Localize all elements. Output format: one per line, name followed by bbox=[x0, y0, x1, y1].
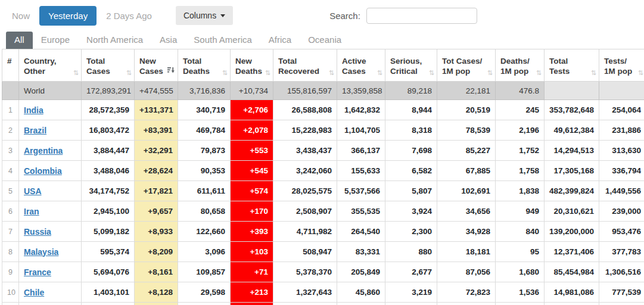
country-link[interactable]: Colombia bbox=[24, 166, 62, 176]
tests_per_1m-cell bbox=[599, 82, 644, 100]
sort-icon: ⇅ bbox=[487, 70, 493, 76]
tab-south-america[interactable]: South America bbox=[185, 32, 260, 49]
country-link[interactable]: Brazil bbox=[24, 126, 46, 135]
total_deaths-cell: 109,857 bbox=[178, 262, 231, 282]
total_recovered-cell: 3,242,060 bbox=[273, 161, 337, 181]
sort-icon: ⇅ bbox=[591, 70, 596, 76]
serious_critical-cell: 3,924 bbox=[385, 201, 437, 222]
search-input[interactable] bbox=[366, 8, 477, 24]
tab-africa[interactable]: Africa bbox=[260, 32, 300, 49]
country-link[interactable]: Chile bbox=[24, 288, 44, 297]
new_deaths-cell: +545 bbox=[231, 161, 273, 181]
total_recovered-cell: 508,947 bbox=[273, 242, 337, 262]
caret-down-icon bbox=[220, 14, 225, 17]
tab-north-america[interactable]: North America bbox=[78, 32, 151, 49]
tests_per_1m-cell: 254,064 bbox=[599, 100, 644, 120]
columns-dropdown-button[interactable]: Columns bbox=[176, 6, 233, 25]
total_deaths-cell: 611,611 bbox=[178, 181, 231, 201]
cases_per_1m-cell: 67,885 bbox=[437, 161, 496, 181]
cases_per_1m-cell bbox=[437, 303, 496, 305]
table-row-india: 1India28,572,359+131,371340,719+2,70626,… bbox=[2, 100, 644, 120]
new_cases-cell: +8,209 bbox=[135, 242, 178, 262]
header-label: New bbox=[235, 57, 269, 67]
total_tests-cell bbox=[545, 303, 599, 305]
cases_per_1m-cell: 18,181 bbox=[437, 242, 496, 262]
now-button[interactable]: Now bbox=[12, 11, 30, 21]
total_recovered-cell: 28,025,575 bbox=[273, 181, 337, 201]
country-cell: World bbox=[19, 82, 82, 100]
two-days-ago-button[interactable]: 2 Days Ago bbox=[106, 11, 152, 21]
country-cell: Russia bbox=[19, 222, 82, 242]
header-label: Critical bbox=[390, 67, 433, 77]
tab-all[interactable]: All bbox=[6, 32, 33, 49]
column-header-total_cases[interactable]: TotalCases⇅ bbox=[82, 49, 135, 82]
header-label: Deaths/ bbox=[500, 57, 540, 67]
header-label bbox=[7, 67, 15, 77]
country-link[interactable]: Iran bbox=[24, 207, 39, 216]
header-label: 1M pop bbox=[604, 67, 642, 77]
header-label: 1M pop bbox=[442, 67, 491, 77]
tab-oceania[interactable]: Oceania bbox=[300, 32, 350, 49]
column-header-serious_critical[interactable]: Serious,Critical⇅ bbox=[385, 49, 437, 82]
table-row-iran: 6Iran2,945,100+9,65780,658+1702,508,9073… bbox=[2, 201, 644, 222]
new_cases-cell: +83,391 bbox=[135, 120, 178, 141]
column-header-country[interactable]: Country,Other⇅ bbox=[19, 49, 82, 82]
column-header-new_deaths[interactable]: NewDeaths⇅ bbox=[231, 49, 273, 82]
country-link[interactable]: Malaysia bbox=[24, 247, 58, 257]
country-cell: Malaysia bbox=[19, 242, 82, 262]
rank-cell: 10 bbox=[2, 282, 19, 303]
header-label: Tests/ bbox=[604, 57, 642, 67]
column-header-tests_per_1m[interactable]: Tests/1M pop⇅ bbox=[599, 49, 644, 82]
active_cases-cell: 5,537,566 bbox=[337, 181, 385, 201]
column-header-total_tests[interactable]: TotalTests⇅ bbox=[545, 49, 599, 82]
header-label: 1M pop bbox=[500, 67, 540, 77]
new_deaths-cell: +574 bbox=[231, 181, 273, 201]
total_deaths-cell: 80,658 bbox=[178, 201, 231, 222]
tests_per_1m-cell: 377,783 bbox=[599, 242, 644, 262]
country-link[interactable]: Argentina bbox=[24, 146, 63, 155]
country-link[interactable]: Russia bbox=[24, 227, 51, 236]
total_tests-cell: 12,371,406 bbox=[545, 242, 599, 262]
rank-cell: 8 bbox=[2, 242, 19, 262]
country-link[interactable]: India bbox=[24, 105, 43, 115]
tests_per_1m-cell: 1,306,516 bbox=[599, 262, 644, 282]
column-header-total_deaths[interactable]: TotalDeaths⇅ bbox=[178, 49, 231, 82]
deaths_per_1m-cell: 1,536 bbox=[496, 282, 545, 303]
columns-dropdown-label: Columns bbox=[183, 11, 216, 20]
tests_per_1m-cell: 313,630 bbox=[599, 141, 644, 161]
column-header-total_recovered[interactable]: TotalRecovered⇅ bbox=[273, 49, 337, 82]
total_tests-cell bbox=[545, 82, 599, 100]
tab-europe[interactable]: Europe bbox=[33, 32, 78, 49]
column-header-active_cases[interactable]: ActiveCases⇅ bbox=[337, 49, 385, 82]
serious_critical-cell: 89,218 bbox=[385, 82, 437, 100]
country-cell: Iran bbox=[19, 201, 82, 222]
total_cases-cell: 28,572,359 bbox=[82, 100, 135, 120]
total_cases-cell: 2,945,100 bbox=[82, 201, 135, 222]
column-header-cases_per_1m[interactable]: Tot Cases/1M pop⇅ bbox=[437, 49, 496, 82]
total_cases-cell: 16,803,472 bbox=[82, 120, 135, 141]
rank-cell: 2 bbox=[2, 120, 19, 141]
new_deaths-cell: +71 bbox=[231, 262, 273, 282]
country-cell bbox=[19, 303, 82, 305]
column-header-new_cases[interactable]: NewCases bbox=[135, 49, 178, 82]
country-cell: India bbox=[19, 100, 82, 120]
rank-cell bbox=[2, 82, 19, 100]
country-link[interactable]: USA bbox=[24, 186, 42, 196]
new_cases-cell: +8,128 bbox=[135, 282, 178, 303]
total_cases-cell: 34,174,752 bbox=[82, 181, 135, 201]
sort-icon: ⇅ bbox=[126, 70, 132, 76]
active_cases-cell: 1,104,705 bbox=[337, 120, 385, 141]
column-header-deaths_per_1m[interactable]: Deaths/1M pop⇅ bbox=[496, 49, 545, 82]
sort-icon: ⇅ bbox=[222, 70, 228, 76]
rank-cell: 9 bbox=[2, 262, 19, 282]
total_deaths-cell: 3,096 bbox=[178, 242, 231, 262]
cases_per_1m-cell: 102,691 bbox=[437, 181, 496, 201]
deaths_per_1m-cell: 1,680 bbox=[496, 262, 545, 282]
new_cases-cell: +131,371 bbox=[135, 100, 178, 120]
total_recovered-cell: 2,508,907 bbox=[273, 201, 337, 222]
yesterday-button[interactable]: Yesterday bbox=[39, 6, 97, 26]
tab-asia[interactable]: Asia bbox=[151, 32, 185, 49]
new_cases-cell: +17,821 bbox=[135, 181, 178, 201]
country-link[interactable]: France bbox=[24, 267, 51, 277]
total_cases-cell bbox=[82, 303, 135, 305]
